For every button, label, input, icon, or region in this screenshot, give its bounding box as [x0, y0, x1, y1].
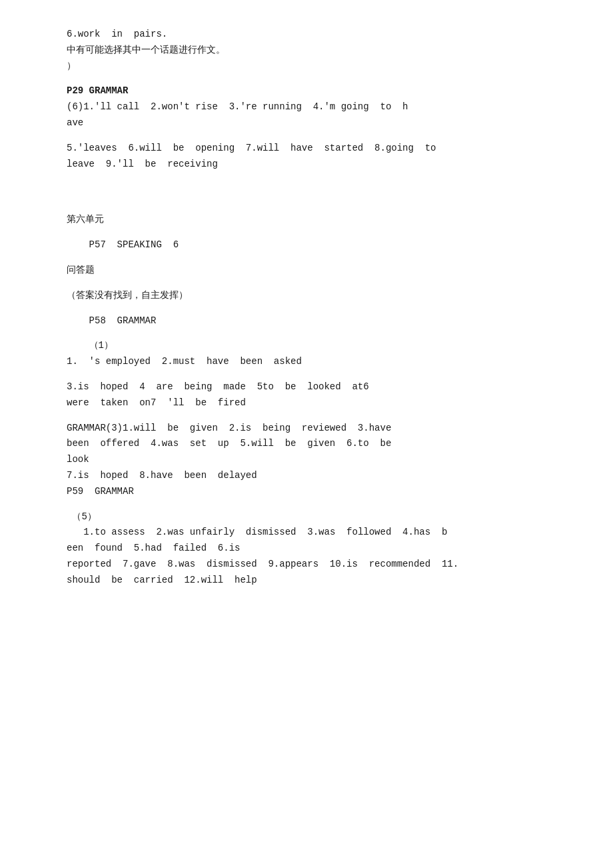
line-8: 5.'leaves 6.will be opening 7.will have …: [67, 141, 560, 157]
line-6: (6)1.'ll call 2.won't rise 3.'re running…: [67, 99, 560, 115]
spacer-2: [67, 131, 560, 141]
spacer-3: [67, 228, 560, 237]
line-9: leave 9.'ll be receiving: [67, 157, 560, 173]
line-p59: P59 GRAMMAR: [67, 484, 560, 500]
line-section1: （1）: [67, 338, 560, 354]
line-note: （答案没有找到，自主发挥）: [67, 288, 560, 304]
line-unit6: 第六单元: [67, 212, 560, 228]
line-qa: 问答题: [67, 263, 560, 279]
line-p58: P58 GRAMMAR: [67, 313, 560, 329]
line-ans3: were taken on7 'll be fired: [67, 395, 560, 411]
main-content: 6.work in pairs. 中有可能选择其中一个话题进行作文。 ） P29…: [67, 27, 560, 589]
spacer-6: [67, 304, 560, 313]
spacer-10: [67, 500, 560, 509]
line-2: 中有可能选择其中一个话题进行作文。: [67, 43, 560, 59]
line-p29-grammar: P29 GRAMMAR: [67, 83, 560, 99]
line-ans7: should be carried 12.will help: [67, 573, 560, 589]
spacer-large-1: [67, 172, 560, 212]
line-ans4: 1.to assess 2.was unfairly dismissed 3.w…: [67, 525, 560, 541]
line-7: ave: [67, 115, 560, 131]
line-ans2: 3.is hoped 4 are being made 5to be looke…: [67, 379, 560, 395]
line-ans6: reported 7.gave 8.was dismissed 9.appear…: [67, 557, 560, 573]
line-1: 6.work in pairs.: [67, 27, 560, 43]
line-grammar3-4: 7.is hoped 8.have been delayed: [67, 468, 560, 484]
line-3: ）: [67, 59, 560, 75]
spacer-7: [67, 329, 560, 338]
spacer-4: [67, 253, 560, 263]
line-ans1: 1. 's employed 2.must have been asked: [67, 354, 560, 370]
line-ans5: een found 5.had failed 6.is: [67, 541, 560, 557]
line-p57: P57 SPEAKING 6: [67, 237, 560, 253]
line-section5: （5）: [67, 509, 560, 525]
spacer-1: [67, 74, 560, 83]
line-grammar3-3: look: [67, 452, 560, 468]
line-grammar3-1: GRAMMAR(3)1.will be given 2.is being rev…: [67, 421, 560, 437]
spacer-9: [67, 411, 560, 421]
spacer-8: [67, 370, 560, 379]
line-grammar3-2: been offered 4.was set up 5.will be give…: [67, 436, 560, 452]
spacer-5: [67, 279, 560, 288]
